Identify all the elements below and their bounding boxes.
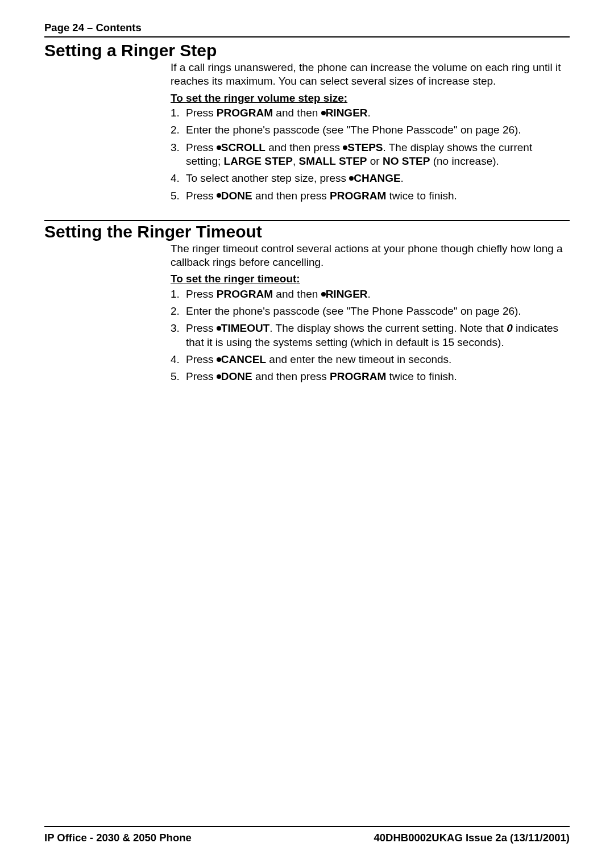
text: and then press [252, 370, 330, 382]
text: . [368, 107, 371, 119]
kw-steps: STEPS [347, 141, 383, 153]
kw-done: DONE [221, 190, 252, 202]
text: Press [186, 370, 217, 382]
text: Press [186, 322, 217, 334]
steps-list-2: Press PROGRAM and then RINGER. Enter the… [171, 287, 570, 384]
text: Press [186, 288, 217, 300]
subhead-1: To set the ringer volume step size: [171, 91, 570, 105]
bullet-icon [217, 374, 221, 379]
footer-left: IP Office - 2030 & 2050 Phone [44, 832, 192, 844]
step-1-1: Press PROGRAM and then RINGER. [171, 106, 570, 120]
section-divider [44, 220, 570, 221]
page-header: Page 24 – Contents [44, 22, 570, 37]
text: twice to finish. [386, 370, 457, 382]
subhead-2-text: To set the ringer timeout [171, 273, 296, 285]
kw-program: PROGRAM [217, 107, 273, 119]
intro-para-2: The ringer timeout control several actio… [171, 242, 570, 270]
text: . The display shows the current setting.… [269, 322, 507, 334]
text: Press [186, 141, 217, 153]
subhead-2: To set the ringer timeout: [171, 272, 570, 286]
text: (no increase). [430, 155, 499, 167]
text: and then press [265, 141, 343, 153]
bullet-icon [217, 193, 221, 198]
text: and then [273, 107, 321, 119]
section-title-ringer-timeout: Setting the Ringer Timeout [44, 222, 570, 241]
step-1-3: Press SCROLL and then press STEPS. The d… [171, 141, 570, 169]
bullet-icon [321, 292, 326, 297]
kw-program: PROGRAM [217, 288, 273, 300]
text: and then [273, 288, 321, 300]
bullet-icon [321, 111, 326, 115]
step-2-3: Press TIMEOUT. The display shows the cur… [171, 322, 570, 349]
text: Press [186, 107, 217, 119]
step-2-5: Press DONE and then press PROGRAM twice … [171, 370, 570, 383]
text: or [367, 155, 383, 167]
step-2-4: Press CANCEL and enter the new timeout i… [171, 353, 570, 366]
section-title-ringer-step: Setting a Ringer Step [44, 41, 570, 60]
kw-ringer: RINGER [326, 288, 368, 300]
intro-para-1: If a call rings unanswered, the phone ca… [171, 61, 570, 89]
text: twice to finish. [386, 190, 457, 202]
bullet-icon [217, 357, 221, 362]
step-2-1: Press PROGRAM and then RINGER. [171, 287, 570, 301]
kw-small-step: SMALL STEP [299, 155, 367, 167]
text: Press [186, 190, 217, 202]
bullet-icon [343, 145, 347, 150]
subhead-1-text: To set the ringer volume step size [171, 92, 344, 104]
step-1-4: To select another step size, press CHANG… [171, 172, 570, 185]
step-2-2: Enter the phone's passcode (see "The Pho… [171, 304, 570, 318]
bullet-icon [217, 145, 221, 150]
steps-list-1: Press PROGRAM and then RINGER. Enter the… [171, 106, 570, 203]
kw-scroll: SCROLL [221, 141, 265, 153]
kw-timeout: TIMEOUT [221, 322, 270, 334]
text: . [368, 288, 371, 300]
bullet-icon [217, 326, 221, 331]
text: and then press [252, 190, 330, 202]
kw-cancel: CANCEL [221, 353, 266, 365]
kw-zero: 0 [507, 322, 513, 334]
step-1-5: Press DONE and then press PROGRAM twice … [171, 189, 570, 203]
kw-done: DONE [221, 370, 252, 382]
footer-right: 40DHB0002UKAG Issue 2a (13/11/2001) [374, 832, 570, 844]
text: , [293, 155, 299, 167]
kw-no-step: NO STEP [383, 155, 430, 167]
step-1-2: Enter the phone's passcode (see "The Pho… [171, 123, 570, 137]
text: To select another step size, press [186, 172, 349, 184]
kw-large-step: LARGE STEP [224, 155, 293, 167]
kw-program: PROGRAM [330, 190, 386, 202]
text: Press [186, 353, 217, 365]
text: and enter the new timeout in seconds. [266, 353, 451, 365]
section-body-ringer-step: If a call rings unanswered, the phone ca… [171, 61, 570, 203]
section-body-ringer-timeout: The ringer timeout control several actio… [171, 242, 570, 384]
text: . [401, 172, 404, 184]
kw-program: PROGRAM [330, 370, 386, 382]
page-footer: IP Office - 2030 & 2050 Phone 40DHB0002U… [44, 826, 570, 844]
kw-ringer: RINGER [326, 107, 368, 119]
kw-change: CHANGE [354, 172, 400, 184]
